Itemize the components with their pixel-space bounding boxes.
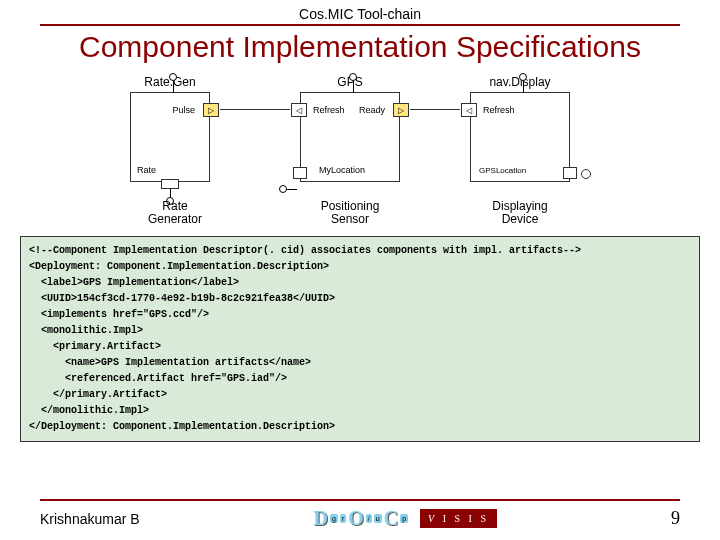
caption-gps-l1: Positioning <box>321 199 380 213</box>
caption-rate: Rate Generator <box>135 200 215 226</box>
logo-isis-text: I S I S <box>443 513 489 524</box>
logo-letter: / <box>366 514 372 523</box>
slide-title: Component Implementation Specifications <box>0 30 720 64</box>
port-gps-ready: ▷ <box>393 103 409 117</box>
comp-gps: GPS Refresh ◁ Ready ▷ MyLocation <box>300 92 400 182</box>
caption-gps: Positioning Sensor <box>300 200 400 226</box>
caption-rate-l1: Rate <box>162 199 187 213</box>
footer: Krishnakumar B D g r O / u C p V I S I S… <box>0 499 720 530</box>
logo-doc: D g r O / u C p <box>314 507 408 530</box>
xml-code-box: <!--Component Implementation Descriptor(… <box>20 236 700 442</box>
port-rate <box>161 179 179 189</box>
code-line: <monolithic.Impl> <box>29 325 143 336</box>
code-line: <UUID>154cf3cd-1770-4e92-b19b-8c2c921fea… <box>29 293 335 304</box>
caption-nav-l2: Device <box>502 212 539 226</box>
caption-gps-l2: Sensor <box>331 212 369 226</box>
port-gpsloc-label: GPSLocation <box>479 166 526 175</box>
header-rule <box>40 24 680 26</box>
logo-letter: g <box>330 514 338 523</box>
code-line: </primary.Artifact> <box>29 389 167 400</box>
port-ready-label: Ready <box>359 105 385 115</box>
port-myloc-label: MyLocation <box>319 165 365 175</box>
logo-letter: C <box>384 507 398 530</box>
page-number: 9 <box>671 508 680 529</box>
port-gps-refresh: ◁ <box>291 103 307 117</box>
footer-rule <box>40 499 680 501</box>
logo-letter: u <box>374 514 382 523</box>
caption-nav: Displaying Device <box>470 200 570 226</box>
logo-isis: V I S I S <box>420 509 497 528</box>
port-refresh-label: Refresh <box>313 105 345 115</box>
half-moon-icon <box>581 169 591 179</box>
logos: D g r O / u C p V I S I S <box>314 507 497 530</box>
logo-v: V <box>428 513 437 524</box>
port-nav-gpsloc <box>563 167 577 179</box>
comp-rate-gen: Rate.Gen Pulse ▷ Rate <box>130 92 210 182</box>
toolchain-header: Cos.MIC Tool-chain <box>0 0 720 22</box>
logo-letter: r <box>340 514 346 523</box>
component-diagram: Rate.Gen Pulse ▷ Rate Rate Generator GPS <box>40 72 680 232</box>
connector-line <box>410 109 460 110</box>
port-gps-myloc <box>293 167 307 179</box>
port-rate-label: Rate <box>137 165 156 175</box>
code-line: <name>GPS Implementation artifacts</name… <box>29 357 311 368</box>
caption-nav-l1: Displaying <box>492 199 547 213</box>
comp-nav: nav.Display Refresh ◁ GPSLocation <box>470 92 570 182</box>
caption-rate-l2: Generator <box>148 212 202 226</box>
code-line: <label>GPS Implementation</label> <box>29 277 239 288</box>
code-line: <referenced.Artifact href="GPS.iad"/> <box>29 373 287 384</box>
code-line: <!--Component Implementation Descriptor(… <box>29 245 581 256</box>
port-nav-refresh-label: Refresh <box>483 105 515 115</box>
code-line: <Deployment: Component.Implementation.De… <box>29 261 329 272</box>
port-pulse: ▷ <box>203 103 219 117</box>
connector-line <box>220 109 290 110</box>
author-name: Krishnakumar B <box>40 511 140 527</box>
port-nav-refresh: ◁ <box>461 103 477 117</box>
code-line: </Deployment: Component.Implementation.D… <box>29 421 335 432</box>
code-line: <primary.Artifact> <box>29 341 161 352</box>
logo-letter: D <box>314 507 328 530</box>
code-line: <implements href="GPS.ccd"/> <box>29 309 209 320</box>
code-line: </monolithic.Impl> <box>29 405 149 416</box>
logo-letter: O <box>348 507 364 530</box>
port-pulse-label: Pulse <box>172 105 195 115</box>
logo-letter: p <box>400 514 408 523</box>
